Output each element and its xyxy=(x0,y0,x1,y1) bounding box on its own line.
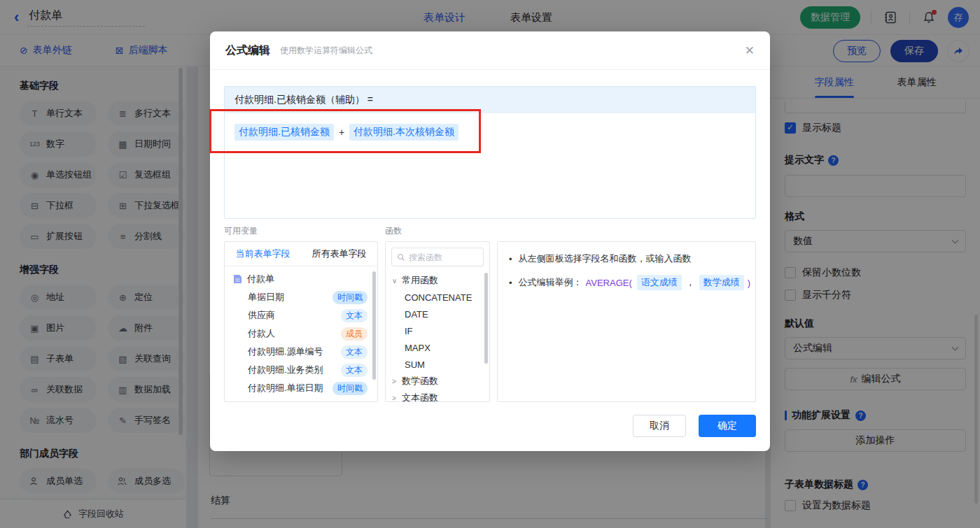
type-badge: 文本 xyxy=(341,345,368,359)
variable-row[interactable]: 供应商 文本 xyxy=(225,306,377,324)
bullet-icon: • xyxy=(509,278,512,288)
function-group-text[interactable]: > 文本函数 xyxy=(386,390,489,402)
cancel-button[interactable]: 取消 xyxy=(633,415,686,437)
type-badge: 时间戳 xyxy=(332,291,368,304)
function-search-input[interactable] xyxy=(409,252,478,262)
formula-help-panel: • 从左侧面板选择字段名和函数，或输入函数 • 公式编辑举例： AVERAGE(… xyxy=(497,241,756,402)
document-icon xyxy=(233,274,242,284)
variable-row[interactable]: 单据日期 时间戳 xyxy=(225,288,377,306)
variables-label: 可用变量 xyxy=(224,225,258,237)
formula-editor[interactable]: 付款明细.已核销金额（辅助） = 付款明细.已核销金额 + 付款明细.本次核销金… xyxy=(224,86,756,219)
tab-current-form-fields[interactable]: 当前表单字段 xyxy=(236,248,290,260)
formula-edit-modal: 公式编辑 使用数学运算符编辑公式 ✕ 付款明细.已核销金额（辅助） = 付款明细… xyxy=(210,31,770,451)
formula-token[interactable]: 付款明细.已核销金额 xyxy=(234,124,334,141)
chevron-right-icon: > xyxy=(392,394,398,402)
function-item[interactable]: DATE xyxy=(386,306,489,322)
tree-root-form[interactable]: 付款单 xyxy=(225,270,377,288)
help-line-1: • 从左侧面板选择字段名和函数，或输入函数 xyxy=(509,252,744,265)
example-close-paren: ) xyxy=(748,278,750,288)
formula-operator: + xyxy=(339,127,344,138)
variables-tree: 付款单 单据日期 时间戳 供应商 文本 付款人 成员 付款明细.源单编号 文本 … xyxy=(225,266,377,397)
variables-scrollbar[interactable] xyxy=(372,271,376,380)
variable-row[interactable]: 付款明细.源单编号 文本 xyxy=(225,343,377,361)
example-field-chip: 数学成绩 xyxy=(699,275,744,290)
confirm-button[interactable]: 确定 xyxy=(699,415,756,437)
help-line-2: • 公式编辑举例： AVERAGE( 语文成绩 ， 数学成绩 ) xyxy=(509,275,744,290)
variable-row[interactable]: 付款明细.业务类别 文本 xyxy=(225,361,377,379)
bullet-icon: • xyxy=(509,254,512,264)
function-item[interactable]: CONCATENATE xyxy=(386,289,489,306)
example-field-chip: 语文成绩 xyxy=(637,275,682,290)
example-function-name: AVERAGE( xyxy=(586,278,632,288)
functions-panel: ∨ 常用函数 CONCATENATE DATE IF MAPX SUM > 数学… xyxy=(385,241,490,402)
function-group-math[interactable]: > 数学函数 xyxy=(386,373,489,390)
chevron-down-icon: ∨ xyxy=(392,277,398,285)
search-icon xyxy=(397,253,405,262)
modal-title: 公式编辑 xyxy=(225,43,270,58)
close-icon[interactable]: ✕ xyxy=(745,43,755,58)
type-badge: 文本 xyxy=(341,309,368,322)
tab-all-form-fields[interactable]: 所有表单字段 xyxy=(312,248,367,260)
function-search[interactable] xyxy=(391,248,484,266)
modal-subtitle: 使用数学运算符编辑公式 xyxy=(280,45,372,57)
function-item[interactable]: IF xyxy=(386,322,489,339)
type-badge: 文本 xyxy=(341,364,368,377)
variables-panel: 当前表单字段 所有表单字段 付款单 单据日期 时间戳 供应商 文本 付款人 成员… xyxy=(224,241,378,402)
functions-label: 函数 xyxy=(385,225,402,237)
variables-tabs: 当前表单字段 所有表单字段 xyxy=(225,242,377,266)
modal-header: 公式编辑 使用数学运算符编辑公式 ✕ xyxy=(210,31,770,70)
type-badge: 成员 xyxy=(341,327,368,341)
function-group-common[interactable]: ∨ 常用函数 xyxy=(386,272,489,289)
formula-target-field: 付款明细.已核销金额（辅助） = xyxy=(225,87,755,113)
variable-row[interactable]: 付款人 成员 xyxy=(225,324,377,343)
modal-actions: 取消 确定 xyxy=(633,415,756,437)
function-item[interactable]: SUM xyxy=(386,356,489,373)
functions-scrollbar[interactable] xyxy=(484,273,488,364)
type-badge: 时间戳 xyxy=(332,382,368,395)
chevron-right-icon: > xyxy=(392,378,398,385)
example-separator: ， xyxy=(686,276,695,289)
variable-row[interactable]: 付款明细.单据日期 时间戳 xyxy=(225,379,377,397)
formula-expression[interactable]: 付款明细.已核销金额 + 付款明细.本次核销金额 xyxy=(225,113,755,151)
function-item[interactable]: MAPX xyxy=(386,339,489,356)
formula-token[interactable]: 付款明细.本次核销金额 xyxy=(349,124,458,141)
